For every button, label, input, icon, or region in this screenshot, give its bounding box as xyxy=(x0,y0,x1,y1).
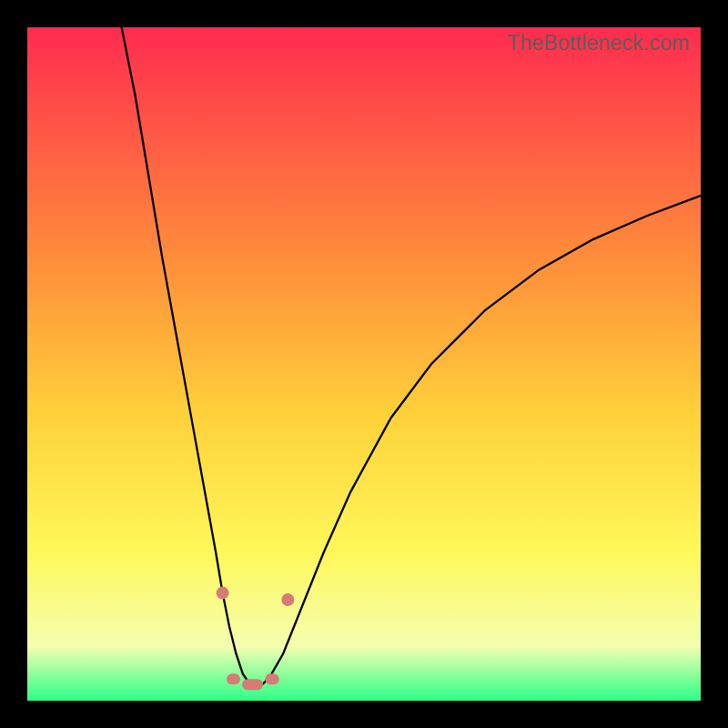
marker-dot-left xyxy=(217,587,229,600)
outer-frame: TheBottleneck.com xyxy=(0,0,728,728)
marker-floor-segment-1 xyxy=(242,679,263,690)
marker-floor-segment-0 xyxy=(227,673,240,684)
marker-layer xyxy=(217,587,295,691)
bottleneck-curve xyxy=(122,27,701,686)
marker-floor-segment-2 xyxy=(265,673,279,684)
marker-dot-right xyxy=(281,593,294,606)
plot-area: TheBottleneck.com xyxy=(27,27,701,701)
curve-layer xyxy=(27,27,701,701)
